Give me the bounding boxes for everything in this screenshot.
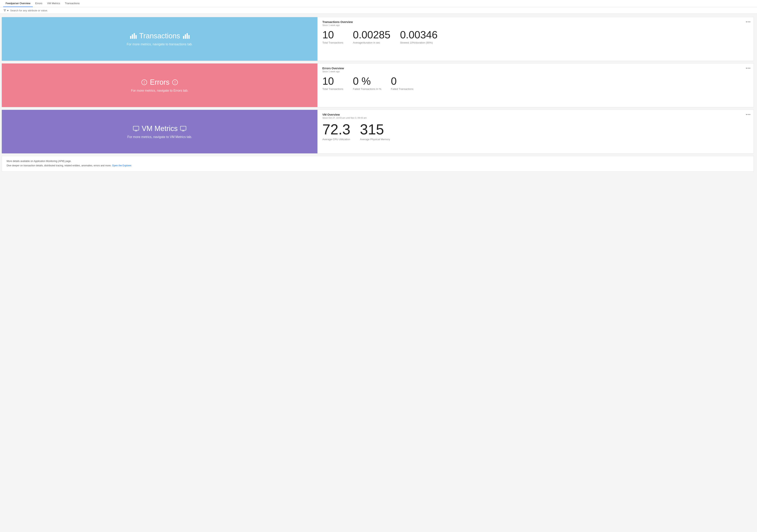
vm-left-panel: VM Metrics For more metrics, navigate to… [2, 110, 318, 153]
footer-line2: Dive deeper on transaction details, dist… [7, 164, 749, 167]
transactions-more-menu[interactable]: ••• [746, 20, 751, 24]
svg-point-13 [144, 83, 145, 84]
filter-button[interactable] [3, 9, 9, 12]
stat-failed-pct: 0 % Failed Transactions In % [353, 76, 381, 90]
transactions-stats-row: 10 Total Transactions 0.00285 Average/du… [322, 30, 750, 44]
monitor-icon-right [180, 125, 186, 132]
errors-left-panel: Errors For more metrics, navigate to Err… [2, 64, 318, 107]
errors-panel-title: Errors [141, 78, 178, 86]
stat-label-slowest-duration: Slowest 10%/duration (90%) [400, 41, 438, 44]
svg-rect-17 [133, 126, 139, 130]
transactions-right-panel: Transactions Overview Since 1 week ago 1… [318, 17, 754, 61]
vm-section-title: VM Overview [322, 113, 750, 116]
stat-slowest-duration: 0.00346 Slowest 10%/duration (90%) [400, 30, 438, 44]
tab-feedparser-overview[interactable]: Feedparser Overview [3, 0, 33, 7]
tab-vm-metrics[interactable]: VM Metrics [45, 0, 63, 7]
transactions-panel-subtitle: For more metrics, navigate to transactio… [127, 43, 193, 46]
stat-value-memory: 315 [360, 122, 390, 136]
errors-panel-header: Errors Overview Since 1 week ago [322, 67, 750, 73]
vm-panel-title: VM Metrics [133, 124, 186, 133]
svg-rect-8 [185, 34, 186, 39]
tab-transactions[interactable]: Transactions [63, 0, 82, 7]
svg-rect-9 [187, 33, 188, 39]
vm-section-subtitle: Since Oct 27, 10:43 am until Nov 3, 09:4… [322, 117, 750, 119]
vm-more-menu[interactable]: ••• [746, 113, 751, 117]
stat-value-total-transactions: 10 [322, 30, 343, 40]
stat-total-transactions: 10 Total Transactions [322, 30, 343, 44]
svg-rect-5 [134, 33, 135, 39]
transactions-section-subtitle: Since 1 week ago [322, 24, 750, 26]
vm-panel-subtitle: For more metrics, navigate to VM Metrics… [127, 135, 192, 139]
stat-label-memory: Average Physical Memory [360, 138, 390, 141]
stat-label-total-transactions: Total Transactions [322, 41, 343, 44]
stat-label-failed-pct: Failed Transactions In % [353, 87, 381, 90]
bar-chart-icon-right [183, 32, 190, 40]
stat-value-failed-pct: 0 % [353, 76, 381, 86]
stat-label-failed-count: Failed Transactions [391, 87, 413, 90]
errors-panel: Errors For more metrics, navigate to Err… [2, 63, 754, 107]
stat-cpu: 72.3 Average CPU Utilization [322, 122, 350, 141]
bar-chart-icon-left [130, 32, 137, 40]
errors-section-subtitle: Since 1 week ago [322, 70, 750, 73]
chevron-down-icon [7, 9, 9, 12]
stat-label-avg-duration: Average/duration in sec [353, 41, 390, 44]
top-navigation: Feedparser Overview Errors VM Metrics Tr… [0, 0, 757, 7]
transactions-panel: Transactions For more metrics, navigate … [2, 17, 754, 61]
main-content: Transactions For more metrics, navigate … [0, 14, 757, 175]
errors-panel-subtitle: For more metrics, navigate to Errors tab… [131, 89, 188, 93]
stat-value-failed-count: 0 [391, 76, 413, 86]
monitor-icon-left [133, 125, 139, 132]
footer-note: More details available on Application Mo… [2, 156, 754, 171]
svg-rect-10 [188, 35, 190, 39]
svg-rect-4 [132, 34, 133, 39]
transactions-section-title: Transactions Overview [322, 20, 750, 23]
errors-section-title: Errors Overview [322, 67, 750, 70]
stat-avg-duration: 0.00285 Average/duration in sec [353, 30, 390, 44]
search-bar [0, 7, 757, 14]
svg-point-16 [175, 83, 175, 84]
stat-errors-total: 10 Total Transactions [322, 76, 343, 90]
error-icon-right [172, 79, 178, 85]
stat-failed-count: 0 Failed Transactions [391, 76, 413, 90]
tab-errors[interactable]: Errors [33, 0, 45, 7]
stat-label-cpu: Average CPU Utilization [322, 138, 350, 141]
stat-value-errors-total: 10 [322, 76, 343, 86]
transactions-left-panel: Transactions For more metrics, navigate … [2, 17, 318, 61]
vm-panel-header: VM Overview Since Oct 27, 10:43 am until… [322, 113, 750, 119]
errors-right-panel: Errors Overview Since 1 week ago 10 Tota… [318, 64, 754, 107]
vm-panel: VM Metrics For more metrics, navigate to… [2, 110, 754, 154]
svg-rect-7 [183, 36, 184, 39]
footer-line1: More details available on Application Mo… [7, 159, 749, 163]
errors-more-menu[interactable]: ••• [746, 66, 751, 71]
stat-value-cpu: 72.3 [322, 122, 350, 136]
open-explorer-link[interactable]: Open the Explorer. [112, 164, 132, 167]
vm-right-panel: VM Overview Since Oct 27, 10:43 am until… [318, 110, 754, 153]
filter-icon [3, 9, 6, 12]
errors-stats-row: 10 Total Transactions 0 % Failed Transac… [322, 76, 750, 90]
error-icon-left [141, 79, 147, 85]
stat-memory: 315 Average Physical Memory [360, 122, 390, 141]
vm-stats-row: 72.3 Average CPU Utilization 315 Average… [322, 122, 750, 141]
svg-rect-6 [136, 35, 136, 39]
stat-value-avg-duration: 0.00285 [353, 30, 390, 40]
svg-rect-20 [180, 126, 186, 130]
transactions-panel-title: Transactions [130, 32, 190, 40]
transactions-panel-header: Transactions Overview Since 1 week ago [322, 20, 750, 26]
stat-value-slowest-duration: 0.00346 [400, 30, 438, 40]
stat-label-errors-total: Total Transactions [322, 87, 343, 90]
search-input[interactable] [10, 9, 754, 12]
svg-rect-3 [130, 36, 131, 39]
nav-tab-list: Feedparser Overview Errors VM Metrics Tr… [3, 0, 82, 7]
